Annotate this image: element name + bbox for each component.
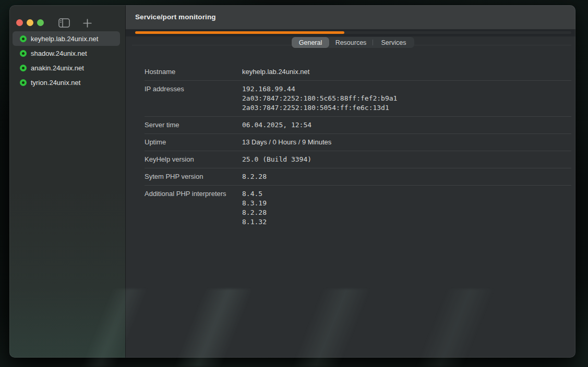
main-panel: Service/port monitoring General Resource… [125,5,575,358]
titlebar: Service/port monitoring [126,5,575,29]
progress-bar [135,31,344,34]
row-value: 192.168.99.44 2a03:7847:2252:180:5c65:88… [242,84,397,113]
progress-strip [126,29,575,36]
row-value: 06.04.2025, 12:54 [242,120,311,130]
row-value: 25.0 (Build 3394) [242,155,311,164]
row-label: IP addresses [145,84,242,94]
progress-track [135,31,571,34]
server-item-keyhelp[interactable]: keyhelp.lab.24unix.net [13,31,120,46]
zoom-window-button[interactable] [37,19,44,26]
server-status-online-icon [20,35,27,42]
server-status-online-icon [20,79,27,86]
row-label: Uptime [145,138,242,147]
row-label: KeyHelp version [145,155,242,164]
server-name: anakin.24unix.net [31,64,84,72]
server-item-tyrion[interactable]: tyrion.24unix.net [13,75,120,90]
row-label: Hostname [145,67,242,77]
row-value: keyhelp.lab.24unix.net [242,67,309,77]
tab-segmented-control: General Resources Services [292,37,414,48]
row-server-time: Server time 06.04.2025, 12:54 [145,117,571,134]
row-uptime: Uptime 13 Days / 0 Hours / 9 Minutes [145,134,571,151]
row-value: 8.4.5 8.3.19 8.2.28 8.1.32 [242,189,267,227]
server-name: shadow.24unix.net [31,50,87,57]
close-window-button[interactable] [16,19,23,26]
row-label: Server time [145,120,242,130]
sidebar: keyhelp.lab.24unix.net shadow.24unix.net… [9,5,125,358]
minimize-window-button[interactable] [27,19,33,26]
row-additional-php-interpreters: Additional PHP interpreters 8.4.5 8.3.19… [145,186,571,230]
server-name: keyhelp.lab.24unix.net [31,35,98,43]
server-item-shadow[interactable]: shadow.24unix.net [13,46,120,60]
tab-services[interactable]: Services [373,37,414,48]
row-value: 8.2.28 [242,172,267,181]
row-label: Additional PHP interpreters [145,189,242,199]
desktop-wallpaper: keyhelp.lab.24unix.net shadow.24unix.net… [0,0,588,367]
sidebar-toolbar [58,18,92,28]
info-rows: Hostname keyhelp.lab.24unix.net IP addre… [145,64,571,230]
sidebar-toggle-icon[interactable] [58,18,70,28]
page-title: Service/port monitoring [135,5,216,29]
server-status-online-icon [20,50,27,57]
tab-general[interactable]: General [292,37,329,48]
server-status-online-icon [20,65,27,71]
traffic-lights [16,19,44,26]
row-ip-addresses: IP addresses 192.168.99.44 2a03:7847:225… [145,81,571,117]
row-value: 13 Days / 0 Hours / 9 Minutes [242,138,331,147]
row-keyhelp-version: KeyHelp version 25.0 (Build 3394) [145,151,571,168]
row-system-php-version: Sytem PHP version 8.2.28 [145,168,571,186]
server-name: tyrion.24unix.net [31,79,80,87]
tab-bar: General Resources Services [126,36,575,53]
server-list: keyhelp.lab.24unix.net shadow.24unix.net… [13,31,120,90]
row-hostname: Hostname keyhelp.lab.24unix.net [145,64,571,81]
app-window: keyhelp.lab.24unix.net shadow.24unix.net… [9,5,575,358]
add-server-icon[interactable] [83,19,92,28]
tab-resources[interactable]: Resources [329,37,373,48]
server-item-anakin[interactable]: anakin.24unix.net [13,60,120,75]
general-tab-content: Hostname keyhelp.lab.24unix.net IP addre… [126,53,575,358]
row-label: Sytem PHP version [145,172,242,181]
